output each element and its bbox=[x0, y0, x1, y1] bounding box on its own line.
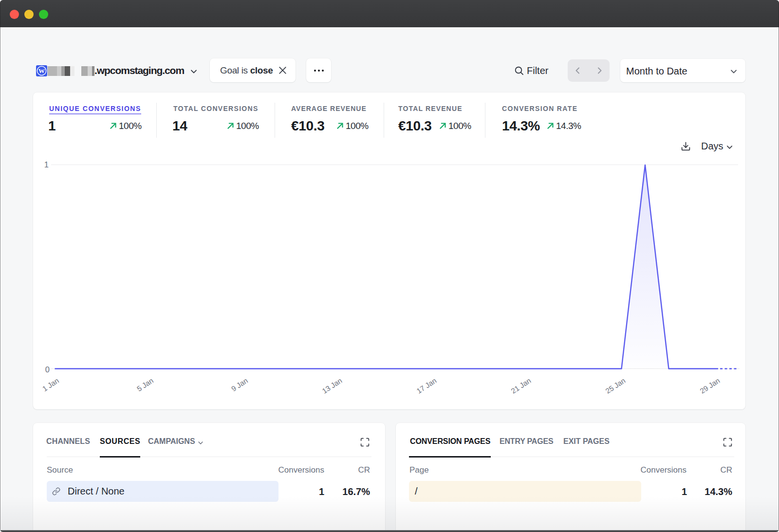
svg-text:W: W bbox=[38, 67, 45, 74]
